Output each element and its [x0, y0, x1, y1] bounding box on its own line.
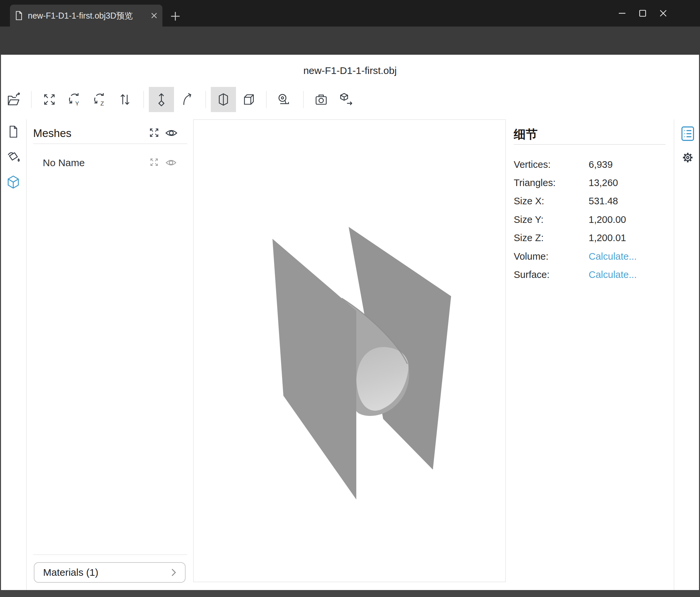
tab-favicon-document-icon	[15, 10, 23, 21]
meshes-panel-title: Meshes	[33, 127, 72, 140]
detail-label: Surface:	[514, 269, 550, 280]
mesh-item-name: No Name	[43, 157, 85, 168]
window-maximize-icon[interactable]	[632, 4, 653, 23]
browser-chromebar: https://file.kkview.cn/onlinePreview?url…	[0, 26, 700, 55]
toolbar-divider	[31, 91, 31, 108]
materials-button[interactable]: Materials (1)	[34, 562, 185, 583]
toolbar-divider	[144, 91, 144, 108]
mesh-item-fit-icon[interactable]	[149, 157, 159, 167]
settings-gear-icon[interactable]	[680, 150, 695, 165]
tab-close-icon[interactable]	[150, 12, 158, 19]
detail-row: Size Z: 1,200.01	[514, 233, 666, 243]
details-list-icon[interactable]	[680, 125, 695, 142]
details-divider	[514, 144, 666, 145]
details-panel-title: 细节	[514, 126, 538, 143]
perspective-camera-button[interactable]	[211, 87, 236, 112]
detail-value: 531.48	[589, 196, 618, 207]
detail-label: Volume:	[514, 251, 549, 262]
left-plane	[272, 239, 356, 500]
orthographic-camera-button[interactable]	[236, 87, 261, 112]
detail-label: Triangles:	[514, 177, 555, 188]
browser-titlebar: new-F1-D1-1-first.obj3D预览	[0, 0, 700, 26]
detail-value: 6,939	[589, 159, 613, 170]
3d-viewport[interactable]	[193, 119, 506, 582]
toolbar-divider	[205, 91, 206, 108]
mesh-item-visibility-eye-icon[interactable]	[165, 158, 177, 167]
snapshot-button[interactable]	[308, 87, 334, 112]
svg-text:Z: Z	[100, 100, 104, 107]
free-orbit-button[interactable]	[175, 87, 200, 112]
rotate-z-button[interactable]: Z	[88, 87, 113, 112]
chevron-right-icon	[171, 568, 176, 577]
window-minimize-icon[interactable]	[612, 4, 632, 23]
rotate-y-button[interactable]: Y	[62, 87, 88, 112]
materials-label: Materials (1)	[43, 567, 171, 578]
detail-value: 1,200.00	[589, 214, 626, 225]
detail-label: Size Z:	[514, 233, 544, 243]
sidebar-tab-meshes[interactable]	[5, 173, 22, 191]
flip-up-down-button[interactable]	[112, 87, 138, 112]
detail-row: Volume: Calculate...	[514, 251, 666, 262]
open-file-button[interactable]	[1, 87, 26, 112]
window-controls	[612, 4, 674, 23]
page-title: new-F1-D1-1-first.obj	[0, 65, 700, 76]
detail-row: Surface: Calculate...	[514, 269, 666, 280]
fit-view-button[interactable]	[37, 87, 62, 112]
detail-row: Vertices: 6,939	[514, 159, 666, 170]
meshes-visibility-eye-icon[interactable]	[165, 128, 178, 138]
detail-value: 1,200.01	[589, 233, 626, 243]
toolbar-divider	[266, 91, 267, 108]
measure-button[interactable]	[271, 87, 297, 112]
detail-row: Size X: 531.48	[514, 196, 666, 206]
browser-tab[interactable]: new-F1-D1-1-first.obj3D预览	[10, 5, 162, 26]
new-tab-button[interactable]	[170, 10, 181, 22]
detail-row: Triangles: 13,260	[514, 177, 666, 188]
window-close-icon[interactable]	[653, 4, 674, 23]
toolbar-divider	[303, 91, 304, 108]
detail-row: Size Y: 1,200.00	[514, 214, 666, 225]
detail-label: Size Y:	[514, 214, 544, 225]
detail-value: 13,260	[589, 177, 618, 188]
detail-label: Size X:	[514, 196, 544, 207]
surface-calculate-link[interactable]: Calculate...	[589, 269, 637, 280]
right-strip-divider	[674, 119, 674, 590]
meshes-header-divider	[33, 144, 187, 144]
3d-model-scene	[194, 120, 505, 582]
materials-divider	[33, 554, 187, 555]
export-button[interactable]	[334, 87, 359, 112]
svg-text:Y: Y	[75, 100, 79, 107]
volume-calculate-link[interactable]: Calculate...	[589, 251, 637, 262]
up-axis-button[interactable]	[149, 87, 174, 112]
detail-label: Vertices:	[514, 159, 551, 170]
meshes-fit-all-icon[interactable]	[149, 127, 160, 138]
sidebar-tab-file-info[interactable]	[5, 123, 22, 140]
sidebar-tab-materials[interactable]	[5, 148, 22, 166]
tab-title: new-F1-D1-1-first.obj3D预览	[28, 10, 146, 21]
